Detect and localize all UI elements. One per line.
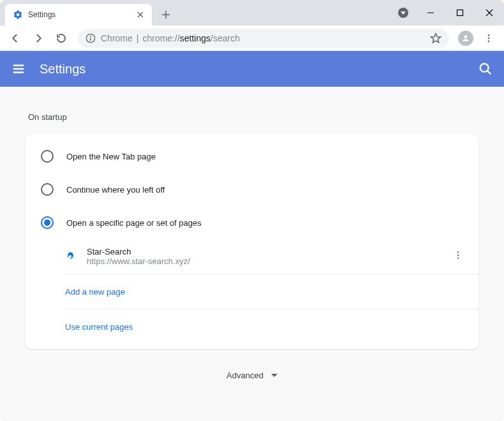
- forward-button[interactable]: [28, 28, 48, 48]
- toolbar: Chrome | chrome://settings/search: [0, 26, 504, 51]
- svg-rect-0: [457, 10, 463, 16]
- browser-tab[interactable]: Settings: [5, 4, 152, 26]
- more-actions-button[interactable]: [450, 247, 466, 265]
- close-tab-icon[interactable]: [135, 10, 145, 20]
- new-tab-button[interactable]: [157, 6, 175, 24]
- svg-point-6: [488, 37, 490, 39]
- tab-title: Settings: [28, 10, 130, 19]
- svg-point-9: [457, 251, 459, 253]
- favicon-icon: [65, 251, 75, 262]
- bookmark-star-icon[interactable]: [430, 33, 441, 44]
- svg-point-10: [457, 255, 459, 256]
- startup-page-entry: Star-Search https://www.star-search.xyz/: [65, 239, 478, 274]
- advanced-label: Advanced: [226, 371, 263, 380]
- radio-label: Open the New Tab page: [66, 152, 156, 161]
- page-title: Settings: [40, 62, 85, 77]
- link-label: Use current pages: [65, 322, 133, 332]
- startup-card: Open the New Tab page Continue where you…: [26, 135, 478, 349]
- chrome-status-icon[interactable]: [398, 8, 408, 18]
- settings-header: Settings: [0, 51, 504, 87]
- site-info-icon[interactable]: [85, 33, 96, 43]
- advanced-toggle-button[interactable]: Advanced: [226, 371, 278, 380]
- svg-point-8: [480, 64, 489, 72]
- advanced-section: Advanced: [26, 349, 478, 411]
- radio-icon: [41, 183, 54, 196]
- svg-point-7: [488, 40, 490, 42]
- search-icon[interactable]: [478, 62, 493, 76]
- minimize-button[interactable]: [416, 3, 445, 23]
- radio-icon: [41, 150, 54, 163]
- chevron-down-icon: [271, 374, 278, 377]
- maximize-button[interactable]: [445, 3, 475, 23]
- link-label: Add a new page: [65, 287, 125, 297]
- svg-point-5: [488, 34, 490, 36]
- svg-rect-3: [90, 37, 91, 40]
- avatar-icon: [458, 31, 473, 46]
- svg-point-4: [464, 35, 468, 38]
- use-current-pages-link[interactable]: Use current pages: [65, 309, 478, 344]
- svg-point-2: [90, 35, 91, 36]
- window-controls: [416, 0, 504, 26]
- titlebar: Settings: [0, 0, 504, 26]
- omnibox[interactable]: Chrome | chrome://settings/search: [78, 29, 449, 48]
- close-window-button[interactable]: [475, 3, 504, 23]
- startup-page-name: Star-Search: [87, 247, 450, 256]
- back-button[interactable]: [5, 28, 26, 48]
- radio-option-specific-pages[interactable]: Open a specific page or set of pages: [26, 206, 478, 239]
- hamburger-icon[interactable]: [11, 62, 26, 76]
- radio-label: Continue where you left off: [66, 185, 165, 195]
- section-title: On startup: [28, 112, 478, 122]
- add-new-page-link[interactable]: Add a new page: [65, 274, 478, 309]
- radio-label: Open a specific page or set of pages: [66, 218, 202, 228]
- startup-page-url: https://www.star-search.xyz/: [87, 256, 450, 266]
- svg-point-11: [457, 257, 459, 258]
- radio-option-continue[interactable]: Continue where you left off: [26, 173, 478, 206]
- profile-button[interactable]: [456, 28, 476, 48]
- gear-icon: [13, 10, 23, 20]
- radio-option-new-tab[interactable]: Open the New Tab page: [26, 140, 478, 173]
- content-scroll[interactable]: On startup Open the New Tab page Continu…: [0, 87, 504, 421]
- radio-icon: [41, 216, 54, 229]
- omnibox-text: Chrome | chrome://settings/search: [101, 33, 240, 43]
- reload-button[interactable]: [51, 28, 71, 48]
- kebab-menu-button[interactable]: [478, 28, 499, 48]
